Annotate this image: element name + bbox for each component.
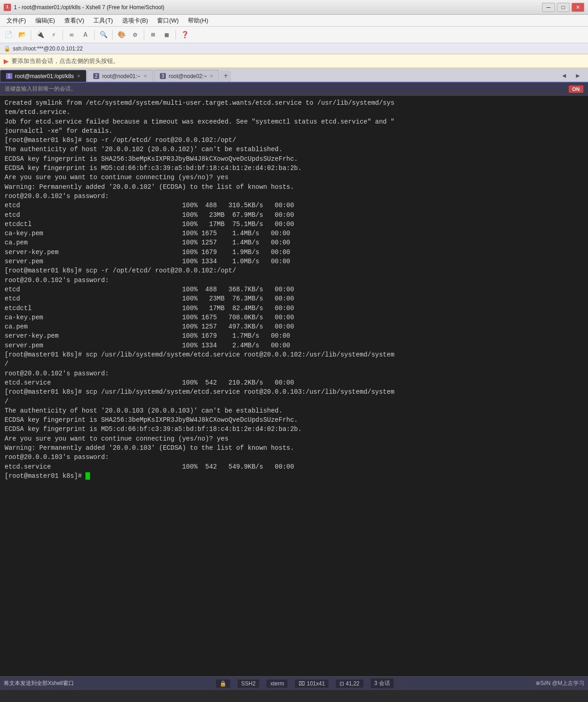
app-icon: 1 xyxy=(4,4,11,11)
lock-icon: 🔒 xyxy=(4,45,11,52)
help-button[interactable]: ❓ xyxy=(178,28,191,41)
terminal-cursor xyxy=(85,472,90,480)
open-button[interactable]: 📂 xyxy=(16,28,28,41)
notice-arrow-icon: ▶ xyxy=(4,57,9,65)
tab-prev-button[interactable]: ◀ xyxy=(558,69,571,82)
tabs-navigation: ◀ ▶ xyxy=(556,69,586,82)
status-right: ⊕S∂N @M上左学习 xyxy=(536,679,584,687)
tab-1-label: root@master01:/opt/k8s xyxy=(15,73,74,79)
tab-3-label: root@node02:~ xyxy=(169,73,207,79)
broadcast-text: 送键盘输入目前唯一的会话。 xyxy=(5,85,76,93)
status-ssh: SSH2 xyxy=(237,679,259,688)
tab-2-close[interactable]: ✕ xyxy=(143,74,147,79)
broadcast-on-button[interactable]: ON xyxy=(569,85,584,93)
window-controls: ─ □ ✕ xyxy=(542,3,584,12)
toolbar-separator-2 xyxy=(62,30,63,40)
menu-bar: 文件(F) 编辑(E) 查看(V) 工具(T) 选项卡(B) 窗口(W) 帮助(… xyxy=(0,15,588,27)
status-size: ⌧ 101x41 xyxy=(295,679,328,688)
grid-button[interactable]: ▦ xyxy=(160,28,173,41)
title-bar: 1 1 - root@master01:/opt/k8s - Xshell 7 … xyxy=(0,0,588,15)
terminal[interactable]: Created symlink from /etc/systemd/system… xyxy=(0,96,588,483)
compose-button[interactable]: ✉ xyxy=(65,28,78,41)
minimize-button[interactable]: ─ xyxy=(542,3,555,12)
broadcast-bar: 送键盘输入目前唯一的会话。 ON xyxy=(0,83,588,96)
notice-text: 要添加当前会话，点击左侧的箭头按钮。 xyxy=(11,57,119,65)
new-button[interactable]: 📄 xyxy=(2,28,15,41)
ssh-bar: 🔒 ssh://root:***@20.0.0.101:22 xyxy=(0,43,588,54)
notice-bar: ▶ 要添加当前会话，点击左侧的箭头按钮。 xyxy=(0,54,588,68)
status-left: 将文本发送到全部Xshell窗口 xyxy=(4,679,74,687)
tab-3-num: 3 xyxy=(160,73,166,79)
layout-button[interactable]: ⊞ xyxy=(147,28,159,41)
menu-help[interactable]: 帮助(H) xyxy=(183,16,213,26)
close-button[interactable]: ✕ xyxy=(571,3,584,12)
status-pos: ⊡ 41,22 xyxy=(336,679,363,688)
tab-3[interactable]: 3 root@node02:~ ✕ xyxy=(154,70,220,82)
tab-1[interactable]: 1 root@master01:/opt/k8s ✕ xyxy=(0,70,86,82)
toolbar-separator-3 xyxy=(94,30,95,40)
color-button[interactable]: 🎨 xyxy=(115,28,128,41)
window-title: 1 - root@master01:/opt/k8s - Xshell 7 (F… xyxy=(14,4,542,11)
ssh-url: ssh://root:***@20.0.0.101:22 xyxy=(13,45,83,52)
menu-window[interactable]: 窗口(W) xyxy=(153,16,183,26)
tab-2-label: root@node01:~ xyxy=(102,73,140,79)
tab-1-close[interactable]: ✕ xyxy=(77,74,80,79)
disconnect-button[interactable]: ⚡ xyxy=(47,28,60,41)
toolbar: 📄 📂 🔌 ⚡ ✉ A 🔍 🎨 ⚙ ⊞ ▦ ❓ xyxy=(0,27,588,43)
tab-2-num: 2 xyxy=(93,73,100,79)
status-center: 🔒 SSH2 xterm ⌧ 101x41 ⊡ 41,22 3 会话 xyxy=(216,679,393,688)
tab-2[interactable]: 2 root@node01:~ ✕ xyxy=(87,70,153,82)
status-extra: ⊕S∂N @M上左学习 xyxy=(536,679,584,687)
terminal-wrapper: Created symlink from /etc/systemd/system… xyxy=(0,96,588,676)
status-term: xterm xyxy=(266,679,288,688)
status-sessions: 3 会话 xyxy=(371,679,394,688)
menu-tabs[interactable]: 选项卡(B) xyxy=(118,16,153,26)
menu-view[interactable]: 查看(V) xyxy=(60,16,89,26)
tab-next-button[interactable]: ▶ xyxy=(571,69,584,82)
toolbar-separator-5 xyxy=(144,30,144,40)
settings-button[interactable]: ⚙ xyxy=(129,28,141,41)
status-lock: 🔒 xyxy=(216,679,230,688)
maximize-button[interactable]: □ xyxy=(557,3,570,12)
connect-button[interactable]: 🔌 xyxy=(34,28,46,41)
tab-1-num: 1 xyxy=(6,73,12,79)
menu-edit[interactable]: 编辑(E) xyxy=(31,16,60,26)
toolbar-separator-4 xyxy=(112,30,113,40)
status-bar: 将文本发送到全部Xshell窗口 🔒 SSH2 xterm ⌧ 101x41 ⊡… xyxy=(0,676,588,690)
tab-3-close[interactable]: ✕ xyxy=(209,74,213,79)
new-tab-button[interactable]: + xyxy=(220,71,231,82)
toolbar-separator-1 xyxy=(31,30,31,40)
menu-file[interactable]: 文件(F) xyxy=(2,16,31,26)
tabs-bar: 1 root@master01:/opt/k8s ✕ 2 root@node01… xyxy=(0,68,588,83)
font-button[interactable]: A xyxy=(79,28,92,41)
toolbar-separator-6 xyxy=(175,30,176,40)
search-button[interactable]: 🔍 xyxy=(97,28,110,41)
send-text-label: 将文本发送到全部Xshell窗口 xyxy=(4,679,74,687)
menu-tools[interactable]: 工具(T) xyxy=(89,16,118,26)
